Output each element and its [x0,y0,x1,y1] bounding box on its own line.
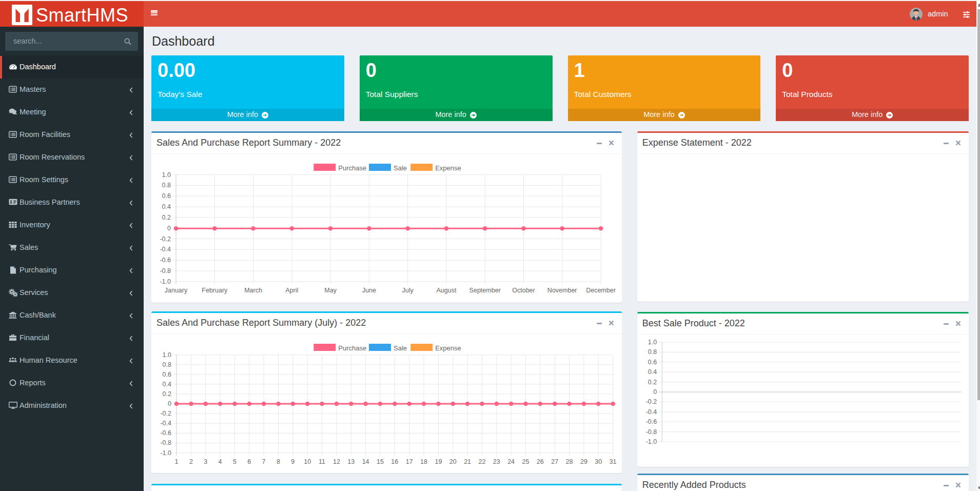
svg-text:-0.2: -0.2 [160,410,171,417]
svg-text:3: 3 [204,458,207,465]
svg-text:0.2: 0.2 [162,214,171,221]
svg-text:0.6: 0.6 [163,371,171,378]
svg-text:0.8: 0.8 [163,361,171,368]
svg-text:-0.2: -0.2 [645,398,657,405]
svg-text:Purchase: Purchase [338,164,366,172]
svg-text:24: 24 [507,458,515,465]
svg-text:-0.4: -0.4 [160,246,171,253]
svg-text:7: 7 [262,458,266,465]
svg-text:0.8: 0.8 [162,182,171,189]
svg-text:April: April [285,287,298,294]
svg-text:0.2: 0.2 [648,379,657,386]
svg-text:February: February [202,287,228,294]
svg-text:January: January [165,287,188,294]
svg-text:12: 12 [333,458,340,465]
svg-text:14: 14 [362,458,369,465]
svg-text:0.6: 0.6 [648,359,657,366]
svg-text:-0.6: -0.6 [160,429,171,437]
svg-text:16: 16 [391,458,398,465]
svg-text:17: 17 [406,458,413,465]
svg-text:December: December [586,287,616,294]
svg-text:2: 2 [189,458,193,465]
svg-text:-1.0: -1.0 [160,278,171,285]
svg-text:-0.4: -0.4 [645,408,657,416]
svg-text:22: 22 [478,458,485,465]
svg-text:-0.8: -0.8 [160,267,171,274]
svg-text:March: March [244,287,262,294]
svg-text:0: 0 [653,388,657,396]
svg-text:6: 6 [247,458,251,465]
svg-text:July: July [402,287,414,294]
svg-text:9: 9 [291,458,295,465]
svg-text:4: 4 [219,458,222,465]
svg-text:Expense: Expense [435,344,461,352]
svg-text:-0.2: -0.2 [160,235,171,243]
svg-text:8: 8 [277,458,280,465]
svg-text:Purchase: Purchase [338,344,366,352]
svg-text:Sale: Sale [394,344,407,352]
svg-text:Sale: Sale [394,164,407,172]
svg-text:0: 0 [168,400,171,407]
svg-text:1.0: 1.0 [162,171,171,179]
svg-text:1: 1 [175,458,179,465]
svg-text:-0.8: -0.8 [160,439,171,446]
svg-text:15: 15 [377,458,384,465]
svg-text:1.0: 1.0 [648,339,657,346]
svg-text:0.4: 0.4 [648,368,657,376]
svg-text:October: October [512,287,535,294]
svg-text:27: 27 [551,458,558,465]
svg-text:-0.8: -0.8 [645,428,657,436]
svg-text:June: June [362,287,376,294]
svg-text:0.6: 0.6 [162,192,171,200]
svg-text:-1.0: -1.0 [160,449,171,457]
svg-text:18: 18 [420,458,427,465]
svg-text:0.8: 0.8 [648,348,657,356]
svg-text:Expense: Expense [435,164,461,172]
svg-text:-1.0: -1.0 [645,438,657,445]
svg-text:19: 19 [435,458,442,465]
svg-text:31: 31 [610,458,617,465]
svg-text:26: 26 [537,458,544,465]
svg-text:-0.6: -0.6 [160,257,171,264]
svg-text:0.2: 0.2 [163,390,171,398]
svg-text:13: 13 [347,458,355,465]
svg-text:20: 20 [449,458,457,465]
svg-text:-0.6: -0.6 [645,418,657,425]
svg-text:1.0: 1.0 [163,351,171,359]
svg-text:25: 25 [522,458,530,465]
svg-text:11: 11 [319,458,325,465]
svg-text:28: 28 [566,458,573,465]
svg-text:30: 30 [595,458,602,465]
svg-text:10: 10 [304,458,311,465]
svg-text:0.4: 0.4 [162,203,171,210]
svg-text:0: 0 [167,225,171,232]
svg-text:November: November [547,287,577,294]
svg-text:May: May [324,287,337,294]
svg-text:29: 29 [580,458,587,465]
svg-text:September: September [469,287,501,294]
svg-text:-0.4: -0.4 [160,420,171,427]
svg-text:23: 23 [493,458,500,465]
svg-text:21: 21 [464,458,471,465]
svg-text:5: 5 [233,458,237,465]
svg-text:August: August [436,287,456,294]
svg-text:0.4: 0.4 [163,381,171,388]
